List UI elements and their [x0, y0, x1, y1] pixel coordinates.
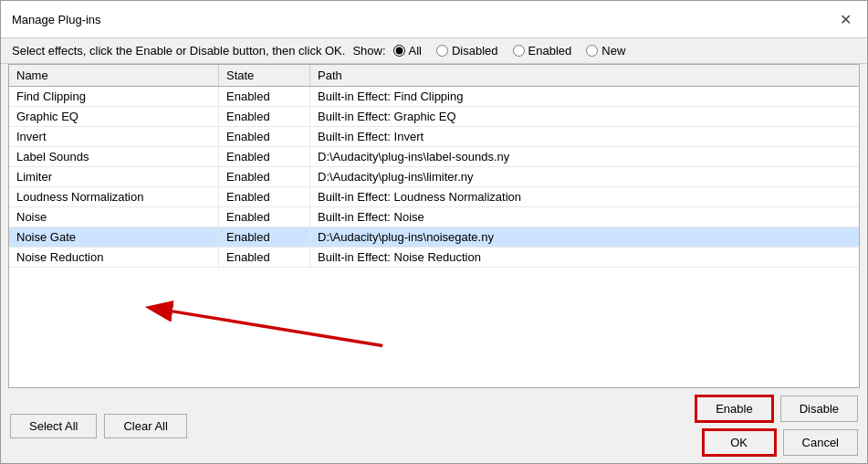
cell-name: Label Sounds [9, 147, 219, 166]
cell-path: Built-in Effect: Graphic EQ [310, 107, 859, 126]
cell-name: Noise Gate [9, 227, 219, 247]
cell-name: Find Clipping [9, 87, 219, 106]
table-row[interactable]: LimiterEnabledD:\Audacity\plug-ins\limit… [9, 167, 859, 187]
cell-name: Limiter [9, 167, 219, 186]
bottom-bar: Select All Clear All Enable Disable OK C… [1, 388, 867, 463]
table-row[interactable]: Noise GateEnabledD:\Audacity\plug-ins\no… [9, 227, 859, 248]
cell-state: Enabled [219, 147, 310, 166]
cell-state: Enabled [219, 227, 310, 247]
bottom-left-buttons: Select All Clear All [10, 414, 187, 438]
filter-new[interactable]: New [586, 44, 625, 58]
bottom-right-buttons: Enable Disable OK Cancel [695, 395, 858, 456]
table-row[interactable]: Graphic EQEnabledBuilt-in Effect: Graphi… [9, 107, 859, 127]
filter-all[interactable]: All [393, 44, 422, 58]
show-label: Show: [352, 44, 385, 58]
cell-path: D:\Audacity\plug-ins\noisegate.ny [310, 227, 859, 247]
disable-button[interactable]: Disable [780, 395, 858, 422]
table-row[interactable]: Noise ReductionEnabledBuilt-in Effect: N… [9, 248, 859, 268]
table-row[interactable]: NoiseEnabledBuilt-in Effect: Noise [9, 207, 859, 227]
table-row[interactable]: Label SoundsEnabledD:\Audacity\plug-ins\… [9, 147, 859, 167]
table-row[interactable]: InvertEnabledBuilt-in Effect: Invert [9, 127, 859, 147]
title-bar: Manage Plug-ins ✕ [1, 1, 867, 38]
col-header-name: Name [9, 65, 219, 86]
show-description: Select effects, click the Enable or Disa… [12, 44, 345, 58]
filter-radio-group: All Disabled Enabled New [393, 44, 626, 58]
table-row[interactable]: Find ClippingEnabledBuilt-in Effect: Fin… [9, 87, 859, 107]
table-body[interactable]: Find ClippingEnabledBuilt-in Effect: Fin… [9, 87, 859, 387]
cell-state: Enabled [219, 127, 310, 146]
show-bar: Select effects, click the Enable or Disa… [1, 38, 867, 64]
table-header: Name State Path [9, 65, 859, 87]
ok-cancel-row: OK Cancel [703, 429, 858, 456]
cell-path: Built-in Effect: Invert [310, 127, 859, 146]
cell-name: Loudness Normalization [9, 187, 219, 206]
filter-enabled[interactable]: Enabled [513, 44, 572, 58]
dialog-title: Manage Plug-ins [12, 13, 101, 26]
table-row[interactable]: Loudness NormalizationEnabledBuilt-in Ef… [9, 187, 859, 207]
cell-name: Noise [9, 207, 219, 227]
select-all-button[interactable]: Select All [10, 414, 97, 438]
cell-state: Enabled [219, 187, 310, 206]
cell-path: Built-in Effect: Loudness Normalization [310, 187, 859, 206]
enable-disable-row: Enable Disable [695, 395, 858, 422]
clear-all-button[interactable]: Clear All [104, 414, 186, 438]
filter-disabled[interactable]: Disabled [436, 44, 498, 58]
ok-button[interactable]: OK [703, 429, 776, 456]
cell-state: Enabled [219, 107, 310, 126]
cell-state: Enabled [219, 87, 310, 106]
cell-name: Invert [9, 127, 219, 146]
cell-state: Enabled [219, 207, 310, 227]
cell-path: D:\Audacity\plug-ins\label-sounds.ny [310, 147, 859, 166]
cancel-button[interactable]: Cancel [783, 429, 858, 456]
cell-path: Built-in Effect: Find Clipping [310, 87, 859, 106]
close-button[interactable]: ✕ [834, 8, 856, 30]
cell-name: Noise Reduction [9, 248, 219, 267]
enable-button[interactable]: Enable [695, 395, 772, 422]
manage-plugins-dialog: Manage Plug-ins ✕ Select effects, click … [0, 0, 868, 464]
cell-path: Built-in Effect: Noise [310, 207, 859, 227]
cell-state: Enabled [219, 248, 310, 267]
cell-path: Built-in Effect: Noise Reduction [310, 248, 859, 267]
col-header-state: State [219, 65, 310, 86]
cell-path: D:\Audacity\plug-ins\limiter.ny [310, 167, 859, 186]
plugins-table-container: Name State Path Find ClippingEnabledBuil… [8, 64, 860, 388]
cell-state: Enabled [219, 167, 310, 186]
col-header-path: Path [310, 65, 859, 86]
cell-name: Graphic EQ [9, 107, 219, 126]
